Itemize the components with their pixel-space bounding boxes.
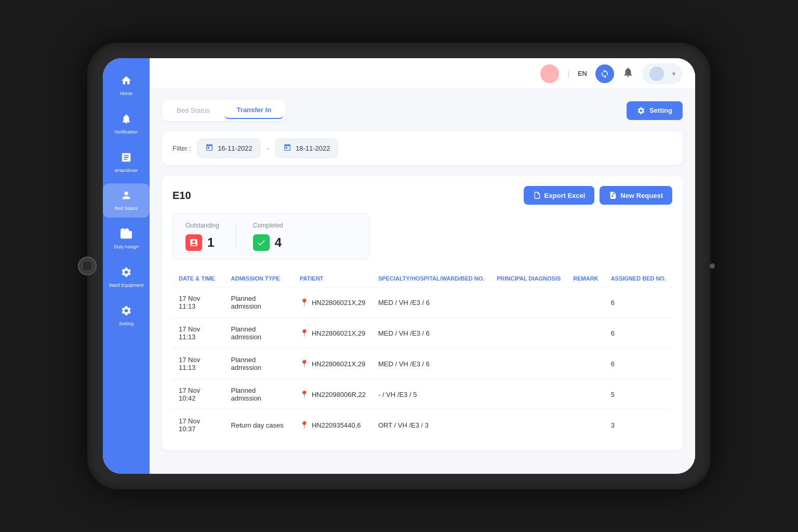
col-patient: PATIENT [294,270,372,287]
completed-value: 4 [275,235,282,250]
outstanding-stat: 1 [185,234,219,251]
cell-patient-0: 📍 HN22806021X,29 [294,287,372,318]
cell-assigned-bed-1: 6 [605,318,672,349]
ward-header: E10 Export Excel New Request [172,186,672,205]
calendar-from-icon [205,143,214,153]
topbar-bell-icon[interactable] [622,66,634,81]
patient-pin-icon-3: 📍 [300,390,309,398]
bed-status-icon [121,190,132,204]
tab-bed-status[interactable]: Bed Status [164,102,222,119]
cell-admission-type-1: Planned admission [225,318,294,349]
sidebar-label-home: Home [120,91,132,97]
cell-assigned-bed-0: 6 [605,287,672,318]
sidebar-label-notification: Notification [115,129,138,135]
date-to-input[interactable]: 18-11-2022 [275,139,338,158]
cell-assigned-bed-2: 6 [605,349,672,379]
patient-id-1: HN22806021X,29 [312,329,365,337]
cell-diagnosis-1 [490,318,567,349]
table-body: 17 Nov 11:13 Planned admission 📍 HN22806… [172,287,672,441]
table-header-row: DATE & TIME ADMISSION TYPE PATIENT SPECI… [172,270,672,287]
topbar-sync-button[interactable] [595,64,614,83]
tabs-row: Bed Status Transfer In Setting [162,100,683,121]
cell-specialty-3: - / VH /E3 / 5 [372,379,490,410]
sidebar-item-setting[interactable]: Setting [103,299,150,333]
sidebar-item-notification[interactable]: Notification [103,107,150,141]
cell-remark-3 [567,379,604,410]
sidebar-item-duty-assign[interactable]: Duty Assign [103,222,150,256]
setting-button[interactable]: Setting [627,101,683,120]
patient-pin-icon-1: 📍 [300,329,309,337]
cell-patient-2: 📍 HN22806021X,29 [294,349,372,379]
date-from-value: 16-11-2022 [218,144,252,152]
date-to-value: 18-11-2022 [296,144,330,152]
ward-equipment-icon [121,267,132,281]
topbar-divider: | [567,70,569,78]
sidebar-item-ward-equipment[interactable]: Ward Equipment [103,260,150,295]
sidebar-item-bed-status[interactable]: Bed Status [103,183,150,218]
cell-patient-4: 📍 HN220935440,6 [294,410,372,441]
outstanding-badge [185,234,202,251]
cell-diagnosis-0 [490,287,567,318]
cell-specialty-1: MED / VH /E3 / 6 [372,318,490,349]
cell-date-time-0: 17 Nov 11:13 [172,287,225,318]
cell-specialty-4: ORT / VH /E3 / 3 [372,410,490,441]
completed-badge [253,234,270,251]
cell-patient-1: 📍 HN22806021X,29 [294,318,372,349]
new-request-button[interactable]: New Request [600,186,672,205]
notification-icon [121,113,132,127]
table-row[interactable]: 17 Nov 11:13 Planned admission 📍 HN22806… [172,318,672,349]
sidebar: Home Notification eHandover Bed Status [103,58,150,474]
col-assigned-bed: ASSIGNED BED NO. [605,270,672,287]
cell-assigned-bed-3: 5 [605,379,672,410]
col-date-time: DATE & TIME [172,270,225,287]
date-separator: - [267,144,269,153]
tab-transfer-in[interactable]: Transfer In [224,102,284,119]
patient-id-0: HN22806021X,29 [312,299,365,307]
topbar-user-icon [540,64,559,83]
sidebar-label-duty-assign: Duty Assign [114,244,139,250]
home-button[interactable] [78,257,97,275]
sidebar-label-ward-equipment: Ward Equipment [109,283,144,288]
cell-date-time-4: 17 Nov 10:37 [172,410,225,441]
table-row[interactable]: 17 Nov 11:13 Planned admission 📍 HN22806… [172,349,672,379]
date-from-input[interactable]: 16-11-2022 [197,139,260,158]
outstanding-value: 1 [207,235,214,250]
ehandover-icon [121,152,132,166]
profile-avatar [649,66,664,81]
patient-pin-icon-4: 📍 [300,421,309,429]
setting-button-label: Setting [649,107,672,114]
calendar-to-icon [283,143,291,153]
topbar-lang: EN [578,70,587,77]
filter-bar: Filter : 16-11-2022 - 18-11-2022 [162,131,683,165]
requests-table: DATE & TIME ADMISSION TYPE PATIENT SPECI… [172,270,672,440]
cell-diagnosis-3 [490,379,567,410]
ward-actions: Export Excel New Request [524,186,672,205]
ward-section: E10 Export Excel New Request [162,176,683,450]
setting-sidebar-icon [121,305,132,319]
table-row[interactable]: 17 Nov 10:37 Return day cases 📍 HN220935… [172,410,672,441]
cell-patient-3: 📍 HN22098006R,22 [294,379,372,410]
stat-separator [236,223,236,249]
sidebar-label-setting: Setting [119,321,134,327]
table-row[interactable]: 17 Nov 11:13 Planned admission 📍 HN22806… [172,287,672,318]
cell-assigned-bed-4: 3 [605,410,672,441]
patient-id-4: HN220935440,6 [312,421,361,429]
topbar-profile[interactable]: ▾ [642,63,683,84]
cell-remark-4 [567,410,604,441]
completed-label: Completed [253,222,283,229]
cell-remark-0 [567,287,604,318]
export-excel-button[interactable]: Export Excel [524,186,595,205]
sidebar-item-home[interactable]: Home [103,69,150,103]
duty-assign-icon [121,228,132,242]
table-row[interactable]: 17 Nov 10:42 Planned admission 📍 HN22098… [172,379,672,410]
cell-admission-type-2: Planned admission [225,349,294,379]
main-content: | EN ▾ Bed Status [150,58,695,474]
cell-remark-2 [567,349,604,379]
sidebar-item-ehandover[interactable]: eHandover [103,145,150,180]
cell-admission-type-3: Planned admission [225,379,294,410]
ward-title: E10 [172,190,191,202]
cell-remark-1 [567,318,604,349]
topbar: | EN ▾ [150,58,695,89]
patient-pin-icon-2: 📍 [300,360,309,368]
patient-id-2: HN22806021X,29 [312,360,365,368]
